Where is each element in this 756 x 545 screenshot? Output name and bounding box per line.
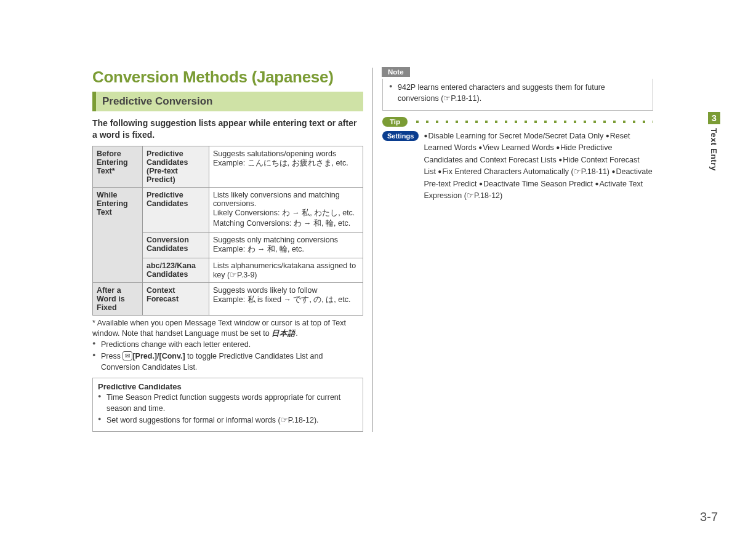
page-number: 3-7 xyxy=(700,510,718,524)
note-box: 942P learns entered characters and sugge… xyxy=(382,79,653,111)
type-context: Context Forecast xyxy=(143,282,209,315)
bullet-predictions-change: Predictions change with each letter ente… xyxy=(92,340,363,351)
phase-while: While Entering Text xyxy=(93,187,143,282)
box-bullet-1: Time Season Predict function suggests wo… xyxy=(98,392,358,414)
desc-pretext: Suggests salutations/opening words Examp… xyxy=(209,146,363,187)
note-tag: Note xyxy=(382,67,410,77)
chapter-side-tab: 3 Text Entry xyxy=(708,112,720,171)
conversion-table: Before Entering Text* Predictive Candida… xyxy=(92,146,363,316)
box-bullet-2: Set word suggestions for formal or infor… xyxy=(98,415,358,426)
note-bullet: 942P learns entered characters and sugge… xyxy=(389,82,646,104)
footnote: * Available when you open Message Text w… xyxy=(92,318,363,340)
phase-after: After a Word is Fixed xyxy=(93,282,143,315)
phase-before: Before Entering Text* xyxy=(93,146,143,187)
mail-key-icon: ✉ xyxy=(123,351,132,360)
settings-list: ●Disable Learning for Secret Mode/Secret… xyxy=(424,130,653,202)
desc-context: Suggests words likely to follow Example:… xyxy=(209,282,363,315)
desc-predictive: Lists likely conversions and matching co… xyxy=(209,187,363,232)
box-title: Predictive Candidates xyxy=(98,382,358,391)
chapter-label: Text Entry xyxy=(709,128,718,171)
settings-tag: Settings xyxy=(382,131,419,141)
tip-tag: Tip xyxy=(382,117,408,127)
section-heading: Predictive Conversion xyxy=(92,92,363,111)
intro-text: The following suggestion lists appear wh… xyxy=(92,117,363,141)
desc-abc123: Lists alphanumerics/katakana assigned to… xyxy=(209,258,363,282)
tip-dots-decoration xyxy=(412,120,653,124)
type-conversion: Conversion Candidates xyxy=(143,232,209,258)
type-abc123: abc/123/Kana Candidates xyxy=(143,258,209,282)
desc-conversion: Suggests only matching conversions Examp… xyxy=(209,232,363,258)
bullet-press-toggle: Press ✉[Pred.]/[Conv.] to toggle Predict… xyxy=(92,351,363,373)
type-predictive: Predictive Candidates xyxy=(143,187,209,232)
chapter-number: 3 xyxy=(708,112,720,124)
predictive-candidates-box: Predictive Candidates Time Season Predic… xyxy=(92,378,363,432)
page-title: Conversion Methods (Japanese) xyxy=(92,68,363,87)
type-pretext: Predictive Candidates (Pre-text Predict) xyxy=(143,146,209,187)
